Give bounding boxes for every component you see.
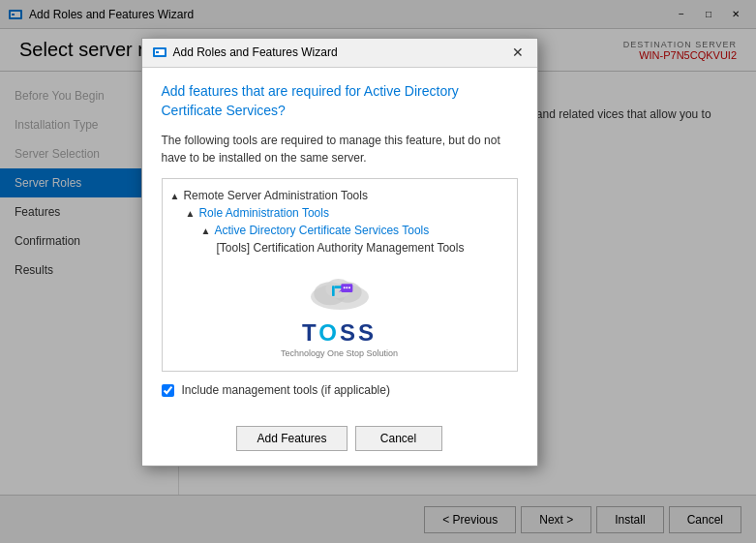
management-tools-checkbox[interactable] xyxy=(162,384,174,397)
modal-footer: Add Features Cancel xyxy=(142,426,537,466)
svg-point-16 xyxy=(348,287,350,288)
svg-rect-10 xyxy=(332,286,335,296)
management-tools-checkbox-row: Include management tools (if applicable) xyxy=(162,383,518,397)
modal-description: The following tools are required to mana… xyxy=(162,132,518,166)
tree-arrow-1: ▲ xyxy=(170,191,180,201)
tree-item-label-4: [Tools] Certification Authority Manageme… xyxy=(217,241,465,255)
toss-subtitle: Technology One Stop Solution xyxy=(281,348,398,358)
management-tools-label: Include management tools (if applicable) xyxy=(182,383,390,397)
tree-item-role-admin-tools: ▲ Role Administration Tools xyxy=(186,204,509,222)
toss-logo: TOSS xyxy=(302,319,377,347)
modal-body: Add features that are required for Activ… xyxy=(142,68,537,426)
modal-heading: Add features that are required for Activ… xyxy=(162,82,518,120)
modal-close-button[interactable]: ✕ xyxy=(508,43,528,62)
tree-arrow-2: ▲ xyxy=(186,208,196,219)
tree-item-ad-cs-tools: ▲ Active Directory Certificate Services … xyxy=(201,222,509,239)
modal-dialog: Add Roles and Features Wizard ✕ Add feat… xyxy=(141,38,538,467)
modal-title-text: Add Roles and Features Wizard xyxy=(173,45,508,59)
modal-overlay: Add Roles and Features Wizard ✕ Add feat… xyxy=(0,0,756,543)
modal-title-bar: Add Roles and Features Wizard ✕ xyxy=(142,39,537,68)
svg-point-14 xyxy=(343,287,345,288)
tree-item-label-3: Active Directory Certificate Services To… xyxy=(214,224,429,237)
svg-point-15 xyxy=(346,287,348,288)
tree-item-cert-authority: [Tools] Certification Authority Manageme… xyxy=(217,239,509,256)
tree-item-remote-admin-tools: ▲ Remote Server Administration Tools xyxy=(170,187,509,204)
add-features-button[interactable]: Add Features xyxy=(236,426,347,451)
tree-item-label-2: Role Administration Tools xyxy=(198,206,329,220)
toss-cloud-icon xyxy=(301,266,378,315)
modal-title-icon xyxy=(152,45,167,60)
features-tree: ▲ Remote Server Administration Tools ▲ R… xyxy=(162,178,518,372)
toss-watermark: TOSS Technology One Stop Solution xyxy=(170,256,509,363)
svg-rect-5 xyxy=(156,51,159,53)
modal-cancel-button[interactable]: Cancel xyxy=(355,426,442,451)
tree-item-label-1: Remote Server Administration Tools xyxy=(183,189,368,202)
tree-arrow-3: ▲ xyxy=(201,226,211,236)
